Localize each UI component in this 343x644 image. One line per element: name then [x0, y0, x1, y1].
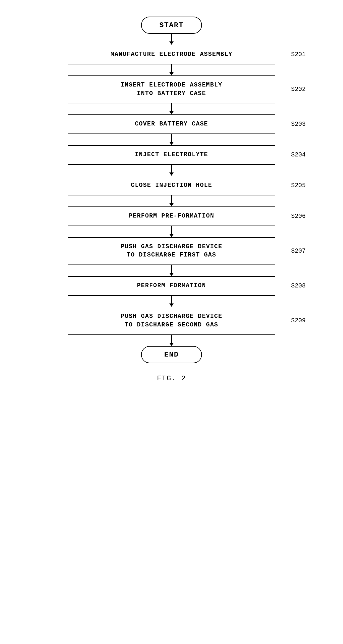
step-s204: INJECT ELECTROLYTE [68, 145, 275, 165]
step-s205: CLOSE INJECTION HOLE [68, 176, 275, 195]
arrow-4 [169, 165, 174, 176]
step-s204-wrapper: INJECT ELECTROLYTE S204 [68, 145, 275, 165]
step-s203-wrapper: COVER BATTERY CASE S203 [68, 114, 275, 134]
step-s208: PERFORM FORMATION [68, 276, 275, 296]
step-s207-wrapper: PUSH GAS DISCHARGE DEVICE TO DISCHARGE F… [68, 237, 275, 265]
arrow-1 [169, 64, 174, 75]
figure-label: FIG. 2 [157, 374, 186, 383]
step-s202: INSERT ELECTRODE ASSEMBLY INTO BATTERY C… [68, 75, 275, 104]
arrow-3 [169, 134, 174, 145]
label-s205: S205 [291, 182, 306, 189]
arrow-7 [169, 265, 174, 276]
step-s209: PUSH GAS DISCHARGE DEVICE TO DISCHARGE S… [68, 307, 275, 335]
step-s203: COVER BATTERY CASE [68, 114, 275, 134]
label-s209: S209 [291, 317, 306, 324]
arrow-9 [169, 335, 174, 346]
step-s202-wrapper: INSERT ELECTRODE ASSEMBLY INTO BATTERY C… [68, 75, 275, 104]
step-s208-wrapper: PERFORM FORMATION S208 [68, 276, 275, 296]
arrow-2 [169, 103, 174, 114]
arrow-8 [169, 296, 174, 307]
arrow-6 [169, 226, 174, 237]
step-s207: PUSH GAS DISCHARGE DEVICE TO DISCHARGE F… [68, 237, 275, 265]
label-s204: S204 [291, 151, 306, 158]
label-s208: S208 [291, 282, 306, 289]
label-s201: S201 [291, 51, 306, 58]
label-s206: S206 [291, 213, 306, 220]
step-s209-wrapper: PUSH GAS DISCHARGE DEVICE TO DISCHARGE S… [68, 307, 275, 335]
label-s203: S203 [291, 121, 306, 128]
step-s206: PERFORM PRE-FORMATION [68, 206, 275, 226]
arrow-0 [169, 34, 174, 45]
flowchart: START MANUFACTURE ELECTRODE ASSEMBLY S20… [47, 17, 296, 383]
arrow-5 [169, 195, 174, 206]
step-s206-wrapper: PERFORM PRE-FORMATION S206 [68, 206, 275, 226]
step-s205-wrapper: CLOSE INJECTION HOLE S205 [68, 176, 275, 195]
label-s202: S202 [291, 86, 306, 93]
start-node: START [141, 17, 202, 34]
label-s207: S207 [291, 248, 306, 255]
end-node: END [141, 346, 202, 363]
step-s201: MANUFACTURE ELECTRODE ASSEMBLY [68, 45, 275, 64]
step-s201-wrapper: MANUFACTURE ELECTRODE ASSEMBLY S201 [68, 45, 275, 64]
